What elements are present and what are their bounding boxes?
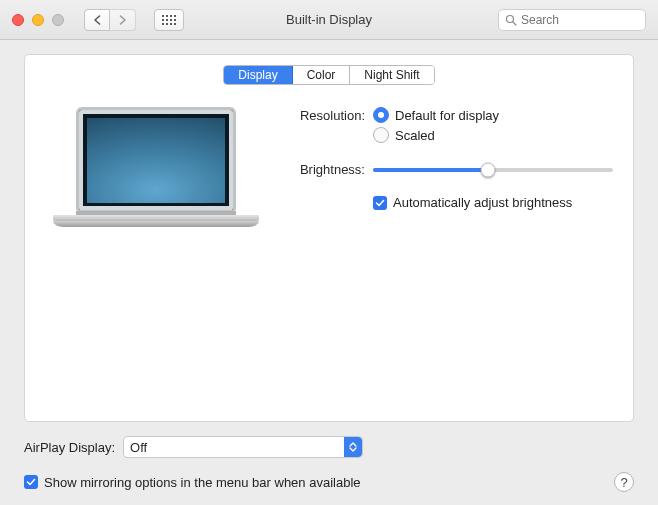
chevron-right-icon [118, 15, 127, 25]
svg-rect-0 [162, 15, 164, 17]
auto-adjust-checkbox[interactable]: Automatically adjust brightness [373, 195, 572, 210]
titlebar: Built-in Display [0, 0, 658, 40]
svg-rect-7 [174, 19, 176, 21]
close-window-icon[interactable] [12, 14, 24, 26]
search-input[interactable] [521, 13, 639, 27]
forward-button[interactable] [110, 9, 136, 31]
svg-rect-9 [166, 23, 168, 25]
help-button[interactable]: ? [614, 472, 634, 492]
tab-color[interactable]: Color [293, 66, 351, 84]
resolution-scaled-option[interactable]: Scaled [373, 127, 499, 143]
tab-group: Display Color Night Shift [223, 65, 434, 85]
svg-rect-5 [166, 19, 168, 21]
brightness-label: Brightness: [289, 161, 373, 179]
tab-display[interactable]: Display [224, 66, 292, 84]
svg-rect-1 [166, 15, 168, 17]
nav-buttons [84, 9, 136, 31]
window-controls [12, 14, 64, 26]
mirroring-checkbox[interactable]: Show mirroring options in the menu bar w… [24, 475, 361, 490]
grid-icon [162, 15, 176, 25]
zoom-window-icon [52, 14, 64, 26]
svg-rect-11 [174, 23, 176, 25]
brightness-slider[interactable] [373, 161, 613, 179]
resolution-scaled-label: Scaled [395, 128, 435, 143]
svg-point-12 [507, 15, 514, 22]
tab-night-shift[interactable]: Night Shift [350, 66, 433, 84]
radio-unselected-icon [373, 127, 389, 143]
resolution-default-label: Default for display [395, 108, 499, 123]
svg-rect-3 [174, 15, 176, 17]
resolution-default-option[interactable]: Default for display [373, 107, 499, 123]
svg-line-13 [513, 22, 516, 25]
airplay-label: AirPlay Display: [24, 440, 115, 455]
checkbox-checked-icon [24, 475, 38, 489]
minimize-window-icon[interactable] [32, 14, 44, 26]
show-all-button[interactable] [154, 9, 184, 31]
auto-adjust-label: Automatically adjust brightness [393, 195, 572, 210]
search-field[interactable] [498, 9, 646, 31]
svg-rect-4 [162, 19, 164, 21]
airplay-value: Off [130, 440, 147, 455]
select-stepper-icon [344, 437, 362, 457]
mirroring-label: Show mirroring options in the menu bar w… [44, 475, 361, 490]
back-button[interactable] [84, 9, 110, 31]
checkbox-checked-icon [373, 196, 387, 210]
svg-rect-6 [170, 19, 172, 21]
svg-rect-10 [170, 23, 172, 25]
svg-rect-8 [162, 23, 164, 25]
settings-panel: Display Color Night Shift Resolution: [24, 54, 634, 422]
search-icon [505, 14, 517, 26]
radio-selected-icon [373, 107, 389, 123]
chevron-left-icon [93, 15, 102, 25]
resolution-label: Resolution: [289, 107, 373, 143]
svg-rect-2 [170, 15, 172, 17]
airplay-select[interactable]: Off [123, 436, 363, 458]
window-title: Built-in Display [286, 12, 372, 27]
display-preview [52, 107, 260, 227]
